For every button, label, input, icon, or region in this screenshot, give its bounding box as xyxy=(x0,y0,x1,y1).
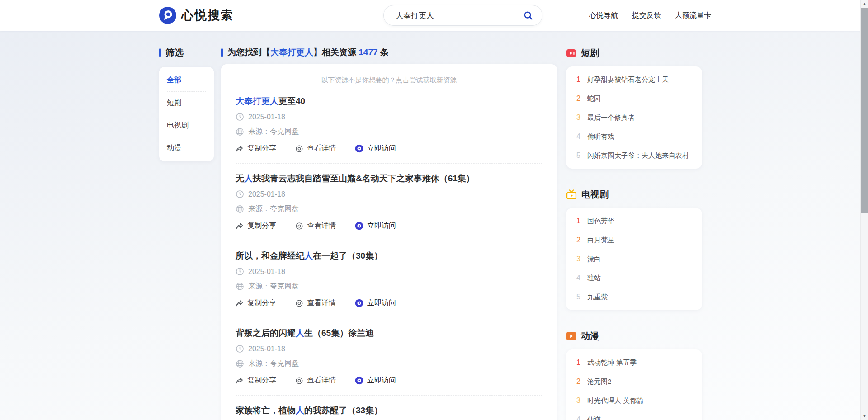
quark-circle-icon xyxy=(355,376,363,385)
scroll-down-button[interactable]: ▼ xyxy=(861,412,868,420)
rank-item[interactable]: 2白月梵星 xyxy=(576,231,693,250)
clock-icon xyxy=(236,113,244,121)
rank-item[interactable]: 1国色芳华 xyxy=(576,212,693,231)
top-bar: 心悦搜索 心悦导航 提交反馈 大额流量卡 xyxy=(0,0,868,31)
copy-share-button[interactable]: 复制分享 xyxy=(236,221,276,231)
rank-section-title: 短剧 xyxy=(581,47,599,59)
scrollbar[interactable]: ▲ ▼ xyxy=(860,0,868,420)
result-source: 来源：夸克网盘 xyxy=(248,359,299,368)
rank-number: 3 xyxy=(576,113,581,122)
result-title[interactable]: 背叛之后的闪耀人生（65集）徐兰迪 xyxy=(236,328,542,339)
rank-number: 5 xyxy=(576,293,581,301)
nav-link-data-card[interactable]: 大额流量卡 xyxy=(675,11,711,20)
rank-item-title: 国色芳华 xyxy=(587,217,614,226)
rank-item-title: 驻站 xyxy=(587,274,601,283)
view-detail-button[interactable]: 查看详情 xyxy=(295,376,336,385)
search-input[interactable] xyxy=(396,11,521,20)
rank-number: 4 xyxy=(576,274,581,282)
rank-item[interactable]: 1武动乾坤 第五季 xyxy=(576,353,693,372)
search-button[interactable] xyxy=(521,9,535,22)
rank-number: 1 xyxy=(576,359,581,367)
visit-now-button[interactable]: 立即访问 xyxy=(355,298,396,308)
visit-now-button[interactable]: 立即访问 xyxy=(355,376,396,385)
clock-icon xyxy=(236,344,244,353)
rank-number: 2 xyxy=(576,378,581,386)
copy-share-button[interactable]: 复制分享 xyxy=(236,376,276,385)
result-title[interactable]: 家族将亡，植物人的我苏醒了（33集） xyxy=(236,405,542,416)
eye-icon xyxy=(295,222,303,230)
rank-item[interactable]: 5闪婚京圈太子爷：夫人她来自农村 xyxy=(576,146,693,165)
visit-now-button[interactable]: 立即访问 xyxy=(355,144,396,153)
rank-item[interactable]: 3最后一个修真者 xyxy=(576,108,693,127)
search-box xyxy=(383,5,542,26)
rank-card: 1好孕甜妻被钻石老公宠上天2蛇园3最后一个修真者4偷听有戏5闪婚京圈太子爷：夫人… xyxy=(566,66,702,169)
nav-link-feedback[interactable]: 提交反馈 xyxy=(632,11,661,20)
rank-section-title: 电视剧 xyxy=(581,189,609,201)
visit-now-button[interactable]: 立即访问 xyxy=(355,221,396,231)
result-actions: 复制分享查看详情立即访问 xyxy=(236,298,542,308)
result-actions: 复制分享查看详情立即访问 xyxy=(236,376,542,385)
share-icon xyxy=(236,145,244,153)
results-count-heading: 为您找到【大奉打更人】相关资源 1477 条 xyxy=(227,47,389,58)
eye-icon xyxy=(295,299,303,307)
result-date-row: 2025-01-18 xyxy=(236,113,542,121)
result-source: 来源：夸克网盘 xyxy=(248,204,299,214)
results-card: 以下资源不是你想要的？点击尝试获取新资源 大奉打更人更至402025-01-18… xyxy=(221,64,557,420)
rank-item[interactable]: 4驻站 xyxy=(576,269,693,288)
rank-number: 5 xyxy=(576,151,581,160)
view-detail-button[interactable]: 查看详情 xyxy=(295,298,336,308)
filter-title: 筛选 xyxy=(165,47,184,59)
nav-link-navigation[interactable]: 心悦导航 xyxy=(589,11,618,20)
rank-item-title: 白月梵星 xyxy=(587,236,614,245)
rank-number: 4 xyxy=(576,415,581,420)
globe-icon xyxy=(236,127,244,136)
rank-section-header: 短剧 xyxy=(566,47,702,59)
results-column: 为您找到【大奉打更人】相关资源 1477 条 以下资源不是你想要的？点击尝试获取… xyxy=(221,47,557,420)
rank-section-电视剧: 电视剧1国色芳华2白月梵星3漂白4驻站5九重紫 xyxy=(566,189,702,310)
rank-item[interactable]: 2沧元图2 xyxy=(576,372,693,391)
filter-card: 全部短剧电视剧动漫 xyxy=(159,67,214,161)
rank-item[interactable]: 4偷听有戏 xyxy=(576,127,693,146)
result-title[interactable]: 无人扶我青云志我自踏雪至山巅&名动天下之家事难休（61集） xyxy=(236,173,542,184)
filter-header: 筛选 xyxy=(159,47,214,58)
filter-item-2[interactable]: 电视剧 xyxy=(167,114,206,137)
rank-item[interactable]: 3时光代理人 英都篇 xyxy=(576,391,693,410)
result-title[interactable]: 大奉打更人更至40 xyxy=(236,96,542,107)
rank-item[interactable]: 3漂白 xyxy=(576,250,693,269)
copy-share-button[interactable]: 复制分享 xyxy=(236,298,276,308)
result-item: 背叛之后的闪耀人生（65集）徐兰迪2025-01-18来源：夸克网盘复制分享查看… xyxy=(236,318,542,396)
rank-section-header: 电视剧 xyxy=(566,189,702,200)
filter-sidebar: 筛选 全部短剧电视剧动漫 xyxy=(159,47,214,161)
result-title[interactable]: 所以，和金牌经纪人在一起了（30集） xyxy=(236,250,542,261)
rank-card: 1国色芳华2白月梵星3漂白4驻站5九重紫 xyxy=(566,208,702,310)
result-source-row: 来源：夸克网盘 xyxy=(236,127,542,137)
filter-item-3[interactable]: 动漫 xyxy=(167,137,206,159)
copy-share-button[interactable]: 复制分享 xyxy=(236,144,276,153)
view-detail-button[interactable]: 查看详情 xyxy=(295,144,336,153)
rank-item[interactable]: 2蛇园 xyxy=(576,89,693,108)
eye-icon xyxy=(295,145,303,153)
rank-number: 2 xyxy=(576,236,581,244)
rank-item[interactable]: 4仙逆 xyxy=(576,410,693,420)
refresh-results-link[interactable]: 以下资源不是你想要的？点击尝试获取新资源 xyxy=(236,76,542,86)
anime-icon xyxy=(566,331,576,341)
filter-item-0[interactable]: 全部 xyxy=(167,69,206,92)
rank-item[interactable]: 5九重紫 xyxy=(576,288,693,307)
result-item: 所以，和金牌经纪人在一起了（30集）2025-01-18来源：夸克网盘复制分享查… xyxy=(236,241,542,318)
scroll-up-button[interactable]: ▲ xyxy=(861,0,868,8)
globe-icon xyxy=(236,359,244,368)
header-nav: 心悦导航 提交反馈 大额流量卡 xyxy=(589,0,711,31)
rank-item[interactable]: 1好孕甜妻被钻石老公宠上天 xyxy=(576,70,693,89)
brand-logo[interactable]: 心悦搜索 xyxy=(159,7,234,24)
share-icon xyxy=(236,222,244,230)
result-date-row: 2025-01-18 xyxy=(236,267,542,276)
rank-item-title: 好孕甜妻被钻石老公宠上天 xyxy=(587,76,669,84)
result-date: 2025-01-18 xyxy=(248,268,285,276)
result-source-row: 来源：夸克网盘 xyxy=(236,359,542,368)
scrollbar-thumb[interactable] xyxy=(861,8,868,213)
result-date: 2025-01-18 xyxy=(248,190,285,198)
globe-icon xyxy=(236,205,244,213)
view-detail-button[interactable]: 查看详情 xyxy=(295,221,336,231)
share-icon xyxy=(236,377,244,385)
filter-item-1[interactable]: 短剧 xyxy=(167,92,206,114)
